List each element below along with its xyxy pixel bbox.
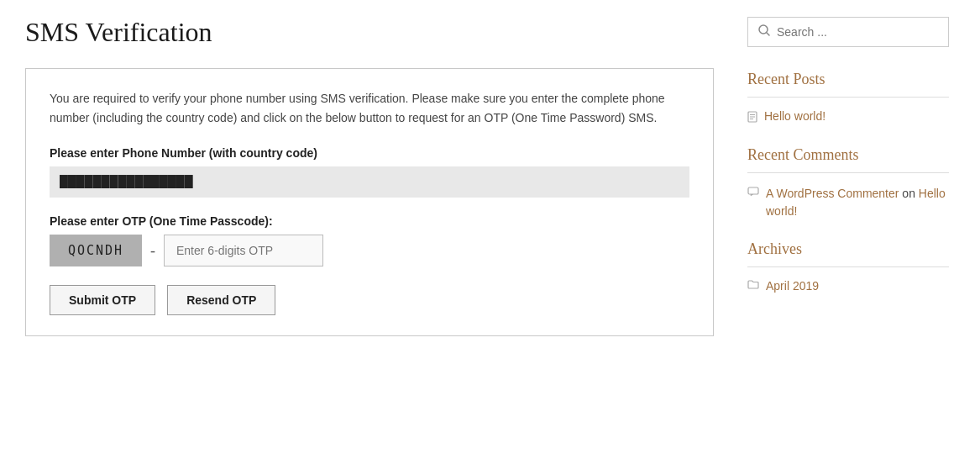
archives-divider	[747, 266, 949, 267]
dash-separator: -	[150, 242, 155, 260]
otp-label: Please enter OTP (One Time Passcode):	[50, 214, 689, 228]
recent-post-item: Hello world!	[747, 109, 949, 126]
comment-text: A WordPress Commenter on Hello world!	[766, 185, 949, 220]
page-title: SMS Verification	[25, 17, 714, 48]
recent-posts-divider	[747, 97, 949, 98]
submit-otp-button[interactable]: Submit OTP	[50, 285, 155, 315]
archives-section: Archives April 2019	[747, 240, 949, 293]
recent-comments-divider	[747, 172, 949, 173]
archives-title: Archives	[747, 240, 949, 258]
otp-input[interactable]	[164, 235, 323, 266]
verification-box: You are required to verify your phone nu…	[25, 68, 714, 336]
svg-line-1	[767, 33, 769, 35]
recent-post-link[interactable]: Hello world!	[764, 109, 825, 123]
captcha-display: QOCNDH	[50, 235, 142, 266]
resend-otp-button[interactable]: Resend OTP	[167, 285, 275, 315]
comment-connector: on	[902, 187, 915, 200]
main-content: SMS Verification You are required to ver…	[25, 17, 714, 353]
archive-link[interactable]: April 2019	[766, 279, 819, 293]
phone-input-wrapper[interactable]	[50, 166, 689, 198]
recent-comments-title: Recent Comments	[747, 146, 949, 164]
archive-item: April 2019	[747, 279, 949, 293]
recent-comments-section: Recent Comments A WordPress Commenter on…	[747, 146, 949, 220]
phone-label: Please enter Phone Number (with country …	[50, 146, 689, 160]
info-text: You are required to verify your phone nu…	[50, 89, 689, 128]
svg-rect-6	[748, 187, 758, 194]
search-box[interactable]	[747, 17, 949, 47]
phone-input[interactable]	[60, 175, 679, 188]
comment-icon	[747, 187, 759, 200]
folder-icon	[747, 279, 759, 293]
button-row: Submit OTP Resend OTP	[50, 285, 689, 315]
search-icon	[758, 24, 770, 40]
sidebar: Recent Posts Hello world! Recent Comment…	[747, 17, 949, 353]
comment-author-link[interactable]: A WordPress Commenter	[766, 187, 899, 200]
recent-posts-title: Recent Posts	[747, 71, 949, 88]
comment-item: A WordPress Commenter on Hello world!	[747, 185, 949, 220]
post-icon	[747, 111, 757, 126]
search-input[interactable]	[777, 25, 938, 39]
recent-posts-section: Recent Posts Hello world!	[747, 71, 949, 126]
otp-row: QOCNDH -	[50, 235, 689, 266]
